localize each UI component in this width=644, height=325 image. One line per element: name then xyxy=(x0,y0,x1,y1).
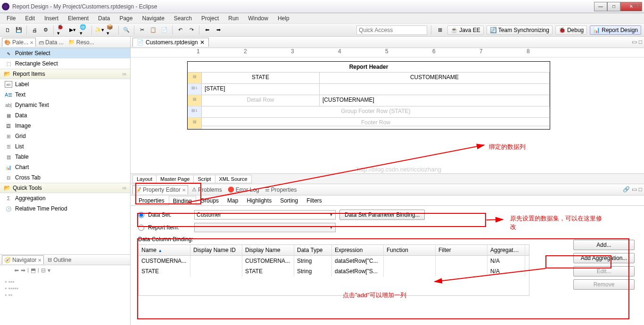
nav-back-icon[interactable]: ⬅ xyxy=(14,267,19,274)
tab-palette[interactable]: 🎨 Pale... ✕ xyxy=(2,38,36,47)
add-aggregation-button[interactable]: Add Aggregation... xyxy=(573,253,635,263)
undo-icon[interactable]: ↶ xyxy=(175,25,185,35)
subtab-properties[interactable]: Properties xyxy=(134,195,169,205)
table-row[interactable]: CUSTOMERNA...CUSTOMERNA...StringdataSetR… xyxy=(139,256,529,266)
tab-errorlog[interactable]: 🛑 Error Log xyxy=(226,186,261,194)
radio-dataset[interactable] xyxy=(138,212,144,218)
col-type[interactable]: Data Type xyxy=(294,245,332,255)
nav-fwd-icon[interactable]: ➡ xyxy=(214,25,223,35)
palette-table[interactable]: ▥Table xyxy=(0,152,130,162)
quick-access-input[interactable] xyxy=(356,25,427,35)
search-icon[interactable]: 🔍 xyxy=(122,25,131,35)
palette-chart[interactable]: 📊Chart xyxy=(0,162,130,172)
palette-rtp[interactable]: 🕒Relative Time Period xyxy=(0,203,130,214)
package-icon[interactable]: 📦▾ xyxy=(106,25,116,35)
tab-problems[interactable]: ⚠ Problems xyxy=(190,186,224,194)
perspective-report[interactable]: 📊 Report Design xyxy=(590,25,641,35)
palette-pointer-select[interactable]: ⬉Pointer Select xyxy=(0,48,130,58)
subtab-highlights[interactable]: Highlights xyxy=(242,195,276,205)
menu-search[interactable]: Search xyxy=(169,14,197,23)
palette-text[interactable]: A☰Text xyxy=(0,89,130,100)
palette-crosstab[interactable]: ⊟Cross Tab xyxy=(0,172,130,183)
ext-icon[interactable]: 🌐▾ xyxy=(79,25,89,35)
col2-header[interactable]: CUSTOMERNAME xyxy=(320,73,550,83)
col-filt[interactable]: Filter xyxy=(436,245,487,255)
table-row[interactable]: STATESTATEStringdataSetRow["S...N/A xyxy=(139,266,529,276)
cut-icon[interactable]: ✂ xyxy=(137,25,147,35)
paste-icon[interactable]: 📄 xyxy=(160,25,169,35)
tab-xmlsource[interactable]: XML Source xyxy=(215,175,252,183)
subtab-filters[interactable]: Filters xyxy=(302,195,326,205)
tab-data[interactable]: 🗃 Data ... xyxy=(37,38,66,47)
link-editor-icon[interactable]: ⬒ xyxy=(31,267,36,274)
col-agg[interactable]: Aggregate ... xyxy=(487,245,525,255)
palette-label[interactable]: abLabel xyxy=(0,79,130,89)
subtab-sorting[interactable]: Sorting xyxy=(276,195,302,205)
ed-min-icon[interactable]: ▭ xyxy=(632,39,637,45)
col-name[interactable]: Name ▲ xyxy=(139,245,190,255)
nav-fwd-icon[interactable]: ➡ xyxy=(21,267,25,274)
menu-run[interactable]: Run xyxy=(223,14,243,23)
prop-max-icon[interactable]: □ xyxy=(639,186,642,193)
prop-link-icon[interactable]: 🔗 xyxy=(623,186,630,193)
menu-navigate[interactable]: Navigate xyxy=(137,14,169,23)
run-icon[interactable]: ▶▾ xyxy=(68,25,77,35)
palette-group-quick[interactable]: 📂 Quick Tools∞ xyxy=(0,183,130,193)
menu-page[interactable]: Page xyxy=(115,14,137,23)
tab-customers-rptdesign[interactable]: 📄 Customers.rptdesign ✕ xyxy=(132,38,209,47)
new-icon[interactable]: 🗋 xyxy=(3,25,12,35)
state-group-cell[interactable]: [STATE] xyxy=(202,84,320,95)
footer-label[interactable]: Footer Row xyxy=(202,118,550,126)
edit-button[interactable]: Edit... xyxy=(573,266,635,276)
close-icon[interactable]: ✕ xyxy=(200,39,205,46)
perspective-team[interactable]: 🔄 Team Synchronizing xyxy=(487,25,553,35)
nav-max-icon[interactable]: □ xyxy=(639,2,642,8)
col-disp[interactable]: Display Name xyxy=(242,245,294,255)
menu-icon[interactable]: ▾ xyxy=(48,267,50,274)
param-binding-button[interactable]: Data Set Parameter Binding... xyxy=(339,210,425,220)
remove-button[interactable]: Remove xyxy=(573,279,635,290)
menu-help[interactable]: Help xyxy=(273,14,294,23)
subtab-binding[interactable]: Binding xyxy=(169,196,196,206)
tab-outline[interactable]: ⊟ Outline xyxy=(46,256,73,264)
perspective-debug[interactable]: 🐞 Debug xyxy=(555,25,587,35)
reportitem-combo[interactable]: ▼ xyxy=(194,223,336,232)
tab-masterpage[interactable]: Master Page xyxy=(156,175,194,183)
save-icon[interactable]: 💾 xyxy=(14,25,24,35)
dataset-combo[interactable]: Customer▼ xyxy=(194,210,336,219)
debug-icon[interactable]: 🐞▾ xyxy=(57,25,66,35)
radio-reportitem[interactable] xyxy=(138,225,144,231)
open-perspective-icon[interactable]: ⊞ xyxy=(435,25,445,35)
menu-data[interactable]: Data xyxy=(93,14,115,23)
maximize-button[interactable]: □ xyxy=(607,2,620,11)
palette-group-report[interactable]: 📂 Report Items∞ xyxy=(0,69,130,79)
tab-layout[interactable]: Layout xyxy=(132,175,157,183)
col-dispid[interactable]: Display Name ID xyxy=(190,245,242,255)
tab-properties[interactable]: ☰ Properties xyxy=(263,186,299,194)
col1-header[interactable]: STATE xyxy=(202,73,320,83)
perspective-javaee[interactable]: ☕ Java EE xyxy=(447,25,484,35)
ed-max-icon[interactable]: □ xyxy=(639,39,642,45)
build-icon[interactable]: ⚙ xyxy=(41,25,50,35)
redo-icon[interactable]: ↷ xyxy=(187,25,196,35)
palette-rectangle-select[interactable]: ⬚Rectangle Select xyxy=(0,58,130,69)
palette-image[interactable]: 🖼Image xyxy=(0,121,130,131)
menu-insert[interactable]: Insert xyxy=(40,14,63,23)
group-footer-label[interactable]: Group Footer Row (STATE) xyxy=(202,106,550,117)
cust-cell[interactable]: [CUSTOMERNAME] xyxy=(320,95,550,106)
menu-edit[interactable]: Edit xyxy=(20,14,40,23)
palette-aggregation[interactable]: ΣAggregation xyxy=(0,193,130,203)
menu-element[interactable]: Element xyxy=(63,14,93,23)
report-canvas[interactable]: Report Header ▤▤1▤▤1▤ STATECUSTOMERNAME … xyxy=(131,57,644,173)
tab-resource[interactable]: 📁 Reso... xyxy=(66,38,96,47)
collapse-icon[interactable]: ⊟ xyxy=(41,267,46,274)
subtab-map[interactable]: Map xyxy=(223,195,242,205)
palette-dynamic-text[interactable]: ab|Dynamic Text xyxy=(0,100,130,110)
col-func[interactable]: Function xyxy=(384,245,436,255)
wizard-icon[interactable]: ✨▾ xyxy=(95,25,104,35)
print-icon[interactable]: 🖨 xyxy=(30,25,39,35)
nav-back-icon[interactable]: ⬅ xyxy=(202,25,212,35)
menu-file[interactable]: File xyxy=(2,14,20,23)
minimize-button[interactable]: — xyxy=(594,2,607,11)
palette-list[interactable]: ☰List xyxy=(0,141,130,152)
